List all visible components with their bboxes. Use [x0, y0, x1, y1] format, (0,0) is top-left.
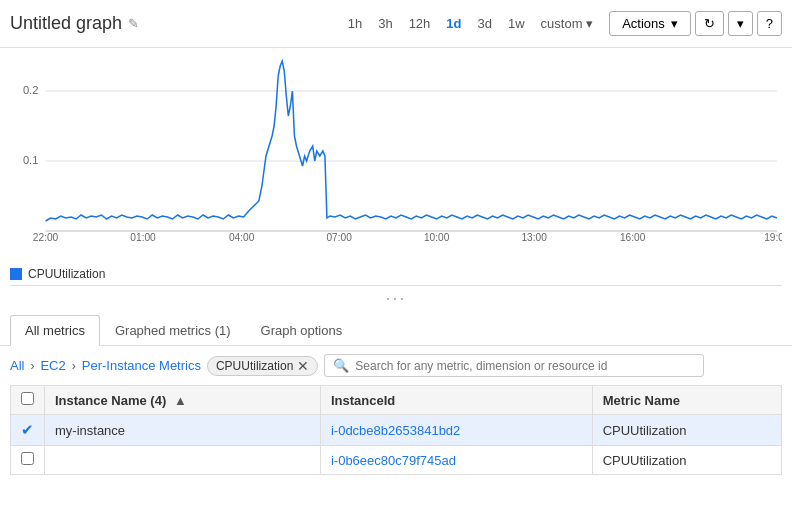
svg-text:19:00: 19:00 — [764, 232, 782, 241]
time-controls: 1h 3h 12h 1d 3d 1w custom ▾ — [344, 14, 597, 33]
refresh-button[interactable]: ↻ — [695, 11, 724, 36]
legend-color-box — [10, 268, 22, 280]
table-header-row: Instance Name (4) ▲ InstanceId Metric Na… — [11, 386, 782, 415]
search-box[interactable]: 🔍 — [324, 354, 704, 377]
tab-all-metrics[interactable]: All metrics — [10, 315, 100, 346]
actions-label: Actions — [622, 16, 665, 31]
search-icon: 🔍 — [333, 358, 349, 373]
filter-tag-close[interactable]: ✕ — [297, 359, 309, 373]
table-header-instance-id[interactable]: InstanceId — [320, 386, 592, 415]
chart-container: 0.2 0.1 22:00 01:00 04:00 07:00 10:00 13… — [10, 56, 782, 241]
time-btn-1d[interactable]: 1d — [442, 14, 465, 33]
row-2-checkbox[interactable] — [21, 452, 34, 465]
header: Untitled graph ✎ 1h 3h 12h 1d 3d 1w cust… — [0, 0, 792, 48]
collapse-handle[interactable]: ··· — [0, 286, 792, 311]
breadcrumb-sep-2: › — [72, 359, 76, 373]
row-1-checkbox-checked[interactable]: ✔ — [21, 421, 34, 438]
graph-title: Untitled graph — [10, 13, 122, 34]
time-btn-1w[interactable]: 1w — [504, 14, 529, 33]
time-btn-custom[interactable]: custom ▾ — [537, 14, 598, 33]
svg-text:0.2: 0.2 — [23, 84, 39, 96]
chart-legend: CPUUtilization — [0, 263, 792, 285]
header-buttons: Actions ▾ ↻ ▾ ? — [609, 11, 782, 36]
svg-text:16:00: 16:00 — [620, 232, 646, 241]
metrics-area: All › EC2 › Per-Instance Metrics CPUUtil… — [0, 346, 792, 483]
chart-area: 0.2 0.1 22:00 01:00 04:00 07:00 10:00 13… — [0, 48, 792, 263]
actions-button[interactable]: Actions ▾ — [609, 11, 691, 36]
time-btn-3h[interactable]: 3h — [374, 14, 396, 33]
table-header-instance-name[interactable]: Instance Name (4) ▲ — [45, 386, 321, 415]
table-row: ✔ my-instance i-0dcbe8b2653841bd2 CPUUti… — [11, 415, 782, 446]
actions-dropdown-icon: ▾ — [671, 16, 678, 31]
filter-tag: CPUUtilization ✕ — [207, 356, 318, 376]
svg-text:04:00: 04:00 — [229, 232, 255, 241]
breadcrumb-sep-1: › — [30, 359, 34, 373]
svg-text:13:00: 13:00 — [521, 232, 547, 241]
filter-tag-label: CPUUtilization — [216, 359, 293, 373]
breadcrumb-per-instance[interactable]: Per-Instance Metrics — [82, 358, 201, 373]
time-btn-1h[interactable]: 1h — [344, 14, 366, 33]
time-btn-3d[interactable]: 3d — [474, 14, 496, 33]
row-2-checkbox-cell — [11, 446, 45, 475]
help-button[interactable]: ? — [757, 11, 782, 36]
row-2-metric-name: CPUUtilization — [592, 446, 781, 475]
table-header-checkbox — [11, 386, 45, 415]
tabs-container: All metrics Graphed metrics (1) Graph op… — [0, 315, 792, 346]
tab-graph-options[interactable]: Graph options — [246, 315, 358, 345]
row-1-metric-name: CPUUtilization — [592, 415, 781, 446]
svg-text:22:00: 22:00 — [33, 232, 59, 241]
table-row: i-0b6eec80c79f745ad CPUUtilization — [11, 446, 782, 475]
row-1-checkbox-cell: ✔ — [11, 415, 45, 446]
chart-svg: 0.2 0.1 22:00 01:00 04:00 07:00 10:00 13… — [10, 56, 782, 241]
row-2-instance-id: i-0b6eec80c79f745ad — [320, 446, 592, 475]
svg-text:07:00: 07:00 — [326, 232, 352, 241]
dropdown-button[interactable]: ▾ — [728, 11, 753, 36]
svg-text:0.1: 0.1 — [23, 154, 39, 166]
select-all-checkbox[interactable] — [21, 392, 34, 405]
svg-text:01:00: 01:00 — [130, 232, 156, 241]
sort-icon: ▲ — [174, 393, 187, 408]
row-2-instance-name — [45, 446, 321, 475]
edit-icon[interactable]: ✎ — [128, 16, 139, 31]
legend-label: CPUUtilization — [28, 267, 105, 281]
breadcrumb-ec2[interactable]: EC2 — [40, 358, 65, 373]
svg-text:10:00: 10:00 — [424, 232, 450, 241]
row-1-instance-name: my-instance — [45, 415, 321, 446]
table-header-metric-name[interactable]: Metric Name — [592, 386, 781, 415]
breadcrumb-all[interactable]: All — [10, 358, 24, 373]
metrics-table: Instance Name (4) ▲ InstanceId Metric Na… — [10, 385, 782, 475]
row-1-instance-id: i-0dcbe8b2653841bd2 — [320, 415, 592, 446]
time-btn-12h[interactable]: 12h — [405, 14, 435, 33]
breadcrumb-row: All › EC2 › Per-Instance Metrics CPUUtil… — [10, 354, 782, 377]
tab-graphed-metrics[interactable]: Graphed metrics (1) — [100, 315, 246, 345]
search-input[interactable] — [355, 359, 695, 373]
